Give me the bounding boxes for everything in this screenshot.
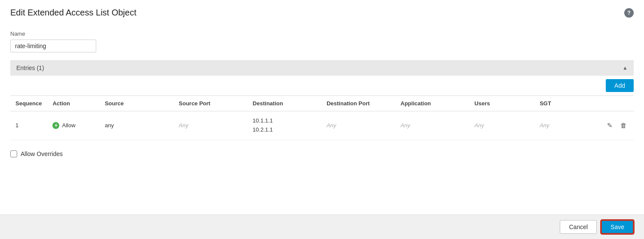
allow-icon	[52, 122, 59, 129]
cell-users: Any	[469, 111, 534, 140]
cell-source: any	[100, 111, 174, 140]
modal-header: Edit Extended Access List Object ?	[0, 0, 644, 24]
table-row: 1AllowanyAny10.1.1.110.2.1.1AnyAnyAnyAny…	[10, 111, 634, 140]
cell-destination: 10.1.1.110.2.1.1	[247, 111, 321, 140]
name-label: Name	[10, 31, 634, 37]
entries-section: Entries (1) ▲ Add Sequence Action Source…	[10, 60, 634, 140]
entries-header[interactable]: Entries (1) ▲	[10, 60, 634, 76]
col-application: Application	[395, 96, 469, 111]
modal-container: Edit Extended Access List Object ? Name …	[0, 0, 644, 239]
col-action: Action	[47, 96, 99, 111]
col-dest-port: Destination Port	[321, 96, 395, 111]
cell-sequence: 1	[10, 111, 47, 140]
cell-source-port: Any	[174, 111, 247, 140]
modal-body: Name Entries (1) ▲ Add Sequence Action S…	[0, 24, 644, 214]
name-input[interactable]	[10, 40, 96, 52]
cell-action: Allow	[47, 111, 99, 140]
name-field-group: Name	[10, 31, 634, 52]
col-destination: Destination	[247, 96, 321, 111]
allow-overrides-checkbox[interactable]	[10, 150, 17, 157]
col-source-port: Source Port	[174, 96, 247, 111]
add-button[interactable]: Add	[606, 79, 634, 92]
col-row-actions	[600, 96, 634, 111]
entries-table: Sequence Action Source Source Port Desti…	[10, 95, 634, 140]
save-button[interactable]: Save	[601, 220, 634, 234]
cell-application: Any	[395, 111, 469, 140]
table-header-row: Sequence Action Source Source Port Desti…	[10, 96, 634, 111]
cell-row-actions: ✎🗑	[600, 111, 634, 140]
modal-title: Edit Extended Access List Object	[10, 8, 137, 18]
chevron-up-icon: ▲	[623, 65, 628, 71]
add-bar: Add	[10, 76, 634, 95]
col-source: Source	[100, 96, 174, 111]
cell-destination-port: Any	[321, 111, 395, 140]
help-icon[interactable]: ?	[624, 8, 634, 18]
overrides-section: Allow Overrides	[10, 150, 634, 157]
allow-overrides-label: Allow Overrides	[21, 150, 63, 157]
col-sgt: SGT	[534, 96, 600, 111]
action-label: Allow	[62, 122, 75, 129]
col-sequence: Sequence	[10, 96, 47, 111]
cancel-button[interactable]: Cancel	[560, 220, 597, 234]
modal-footer: Cancel Save	[0, 214, 644, 239]
delete-row-button[interactable]: 🗑	[619, 121, 629, 130]
col-users: Users	[469, 96, 534, 111]
cell-sgt: Any	[534, 111, 600, 140]
edit-row-button[interactable]: ✎	[605, 121, 614, 130]
entries-label: Entries (1)	[16, 64, 44, 71]
